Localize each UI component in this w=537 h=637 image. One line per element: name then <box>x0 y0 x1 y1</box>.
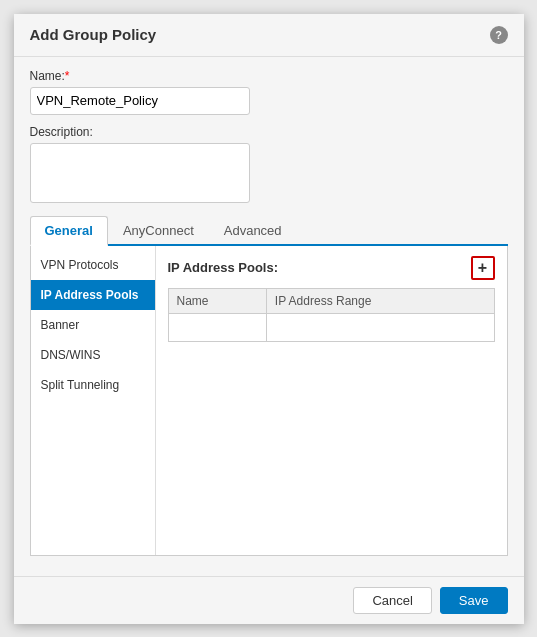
ip-pools-table-body <box>168 313 494 341</box>
table-row-empty <box>168 313 494 341</box>
modal-header: Add Group Policy ? <box>14 14 524 57</box>
ip-pools-content-panel: IP Address Pools: + Name IP Address Rang… <box>156 246 507 555</box>
ip-pools-table: Name IP Address Range <box>168 288 495 342</box>
cancel-button[interactable]: Cancel <box>353 587 431 614</box>
name-field-group: Name:* <box>30 69 508 115</box>
tab-anyconnect[interactable]: AnyConnect <box>108 216 209 244</box>
description-label: Description: <box>30 125 508 139</box>
name-input[interactable] <box>30 87 250 115</box>
add-group-policy-modal: Add Group Policy ? Name:* Description: G… <box>14 14 524 624</box>
tab-general[interactable]: General <box>30 216 108 246</box>
empty-cell-2 <box>266 313 494 341</box>
col-ip-range: IP Address Range <box>266 288 494 313</box>
sidebar: VPN Protocols IP Address Pools Banner DN… <box>31 246 156 555</box>
required-marker: * <box>65 69 70 83</box>
sidebar-item-ip-address-pools[interactable]: IP Address Pools <box>31 280 155 310</box>
col-name: Name <box>168 288 266 313</box>
tab-advanced[interactable]: Advanced <box>209 216 297 244</box>
tab-bar: General AnyConnect Advanced <box>30 216 508 246</box>
help-icon[interactable]: ? <box>490 26 508 44</box>
sidebar-item-banner[interactable]: Banner <box>31 310 155 340</box>
modal-body: Name:* Description: General AnyConnect A… <box>14 57 524 576</box>
panel-header: IP Address Pools: + <box>168 256 495 280</box>
sidebar-item-vpn-protocols[interactable]: VPN Protocols <box>31 250 155 280</box>
empty-cell-1 <box>168 313 266 341</box>
modal-title: Add Group Policy <box>30 26 157 43</box>
modal-footer: Cancel Save <box>14 576 524 624</box>
sidebar-item-split-tunneling[interactable]: Split Tunneling <box>31 370 155 400</box>
sidebar-item-dns-wins[interactable]: DNS/WINS <box>31 340 155 370</box>
ip-pools-table-header: Name IP Address Range <box>168 288 494 313</box>
description-input[interactable] <box>30 143 250 203</box>
tab-content: VPN Protocols IP Address Pools Banner DN… <box>30 246 508 556</box>
description-field-group: Description: <box>30 125 508 206</box>
panel-title: IP Address Pools: <box>168 260 279 275</box>
add-ip-pool-button[interactable]: + <box>471 256 495 280</box>
name-label: Name:* <box>30 69 508 83</box>
save-button[interactable]: Save <box>440 587 508 614</box>
